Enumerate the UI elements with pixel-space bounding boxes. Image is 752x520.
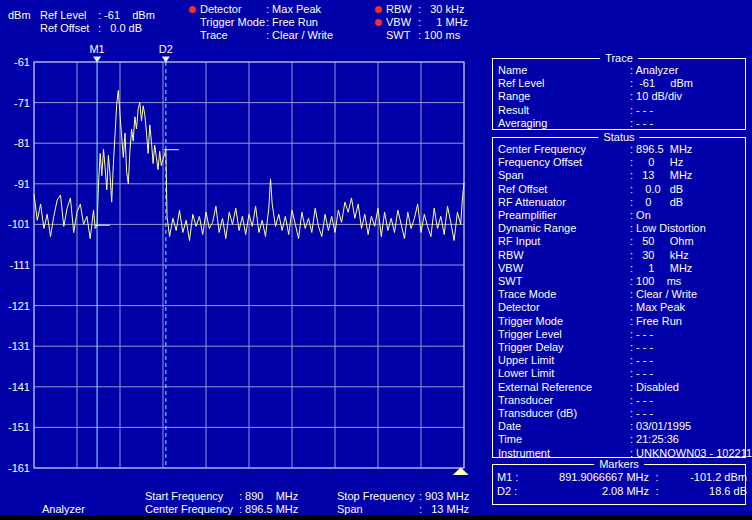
field-value: : 50 Ohm [630,235,694,248]
y-axis-tick-label: -141 [8,381,30,393]
field-label: Time [498,433,630,446]
field-value: : Disabled [630,381,679,394]
markers-panel: Markers M1 :891.9066667 MHz:-101.2 dBmD2… [492,464,746,505]
field-value: : - - - [630,367,653,380]
field-value: : Analyzer [630,64,678,77]
status-panel-row: Trace Mode: Clear / Write [493,288,745,301]
status-panel-row: Dynamic Range: Low Distortion [493,222,745,235]
field-label: SWT [498,275,630,288]
field-value: : - - - [630,328,653,341]
field-value: : 0 dB [630,196,683,209]
field-label: Trigger Mode [498,315,630,328]
status-panel-row: Trigger Delay: - - - [493,341,745,354]
y-axis-tick-label: -81 [14,137,30,149]
field-value: : - - - [630,341,653,354]
trace-panel-row: Result: - - - [493,104,745,117]
status-panel-row: Center Frequency: 896.5 MHz [493,143,745,156]
field-value: : 30 kHz [630,249,689,262]
field-value: : Max Peak [630,301,685,314]
stop-span-frequency-block: Stop Frequency : 903 MHz Span : 13 MHz [337,490,469,516]
field-value: : 21:25:36 [630,433,679,446]
status-panel-row: Date: 03/01/1995 [493,420,745,433]
y-axis-tick-label: -71 [14,97,30,109]
status-panel-row: Transducer (dB): - - - [493,407,745,420]
stop-frequency-value: : 903 MHz [419,490,469,503]
stop-frequency-row: Stop Frequency : 903 MHz [337,490,469,503]
field-label: Span [498,169,630,182]
field-value: : 0.0 dB [630,183,683,196]
y-axis-tick-label: -151 [8,421,30,433]
field-label: Trace Mode [498,288,630,301]
field-value: : UNKNOWN03 - 102211 [630,447,752,460]
field-label: Dynamic Range [498,222,630,235]
marker-level: 18.6 dB [665,485,747,499]
status-panel-row: External Reference: Disabled [493,381,745,394]
marker-level: -101.2 dBm [665,471,747,485]
marker-separator: : [649,485,665,499]
field-value: : - - - [630,117,653,130]
field-value: : - - - [630,104,653,117]
status-panel-row: RF Attenuator: 0 dB [493,196,745,209]
marker-frequency: 2.08 MHz [527,485,649,499]
marker-readout-row: M1 :891.9066667 MHz:-101.2 dBm [493,471,745,485]
trace-panel-row: Range: 10 dB/div [493,90,745,103]
field-label: RBW [498,249,630,262]
field-label: Transducer [498,394,630,407]
field-value: : - - - [630,407,653,420]
marker-frequency: 891.9066667 MHz [527,471,649,485]
y-axis-tick-label: -91 [14,178,30,190]
field-label: Averaging [498,117,630,130]
field-label: Lower Limit [498,367,630,380]
status-panel-row: Upper Limit: - - - [493,354,745,367]
status-panel-row: RBW: 30 kHz [493,249,745,262]
status-panel-row: Time: 21:25:36 [493,433,745,446]
trace-panel-title: Trace [600,52,638,64]
field-label: Frequency Offset [498,156,630,169]
y-axis-tick-label: -101 [8,218,30,230]
field-label: Range [498,90,630,103]
field-label: Result [498,104,630,117]
field-label: External Reference [498,381,630,394]
field-label: Name [498,64,630,77]
trace-panel: Trace Name: AnalyzerRef Level: -61 dBmRa… [492,58,746,130]
start-frequency-value: : 890 MHz [239,490,298,503]
status-panel-row: Span: 13 MHz [493,169,745,182]
start-center-frequency-block: Start Frequency : 890 MHz Center Frequen… [145,490,298,516]
status-panel-title: Status [598,131,639,143]
field-label: Trigger Delay [498,341,630,354]
field-value: : 0 Hz [630,156,683,169]
field-label: RF Input [498,235,630,248]
field-value: : 100 ms [630,275,681,288]
status-panel-rows: Center Frequency: 896.5 MHzFrequency Off… [493,138,745,460]
marker-separator: : [649,471,665,485]
field-label: Center Frequency [498,143,630,156]
status-panel-row: Lower Limit: - - - [493,367,745,380]
field-label: Preamplifier [498,209,630,222]
field-label: Ref Level [498,77,630,90]
status-panel-row: Preamplifier: On [493,209,745,222]
field-label: RF Attenuator [498,196,630,209]
field-value: : 10 dB/div [630,90,682,103]
stop-frequency-label: Stop Frequency [337,490,419,503]
status-panel: Status Center Frequency: 896.5 MHzFreque… [492,137,746,458]
trace-name-label: Analyzer [42,503,85,515]
trace-panel-row: Averaging: - - - [493,117,745,130]
y-axis-tick-label: -121 [8,300,30,312]
marker-m1-label: M1 [89,43,104,55]
y-axis-tick-label: -131 [8,340,30,352]
field-label: Transducer (dB) [498,407,630,420]
status-panel-row: Frequency Offset: 0 Hz [493,156,745,169]
field-value: : 13 MHz [630,169,692,182]
status-panel-row: RF Input: 50 Ohm [493,235,745,248]
field-value: : Low Distortion [630,222,706,235]
field-label: Upper Limit [498,354,630,367]
status-panel-row: Detector: Max Peak [493,301,745,314]
field-label: Detector [498,301,630,314]
bottom-divider-bar [0,515,752,520]
marker-id: D2 : [497,485,527,499]
field-label: Ref Offset [498,183,630,196]
status-panel-row: SWT: 100 ms [493,275,745,288]
field-value: : 1 MHz [630,262,692,275]
y-axis-tick-label: -111 [10,259,30,271]
markers-panel-title: Markers [594,458,644,470]
